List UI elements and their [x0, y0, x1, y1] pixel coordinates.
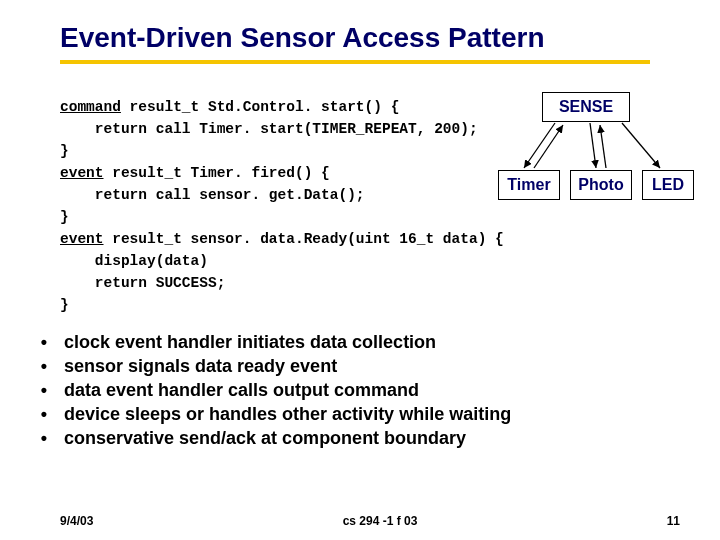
bullet-dot: •	[36, 354, 52, 378]
box-sense: SENSE	[542, 92, 630, 122]
title-underline	[60, 60, 650, 64]
code-l1: result_t Std.Control. start() {	[121, 99, 399, 115]
list-item: •device sleeps or handles other activity…	[36, 402, 680, 426]
list-item: •data event handler calls output command	[36, 378, 680, 402]
code-l8: display(data)	[60, 253, 208, 269]
footer-date: 9/4/03	[60, 514, 93, 528]
code-l7: result_t sensor. data.Ready(uint 16_t da…	[104, 231, 504, 247]
bullet-dot: •	[36, 402, 52, 426]
code-l9: return SUCCESS;	[60, 275, 225, 291]
bullet-text: device sleeps or handles other activity …	[64, 402, 511, 426]
footer-course: cs 294 -1 f 03	[343, 514, 418, 528]
list-item: •sensor signals data ready event	[36, 354, 680, 378]
footer-page: 11	[667, 514, 680, 528]
bullet-dot: •	[36, 378, 52, 402]
list-item: •conservative send/ack at component boun…	[36, 426, 680, 450]
kw-event2: event	[60, 231, 104, 247]
page-title: Event-Driven Sensor Access Pattern	[60, 22, 680, 54]
slide: Event-Driven Sensor Access Pattern comma…	[0, 0, 720, 540]
code-l6: }	[60, 209, 69, 225]
bullets: •clock event handler initiates data coll…	[36, 330, 680, 450]
bullet-text: data event handler calls output command	[64, 378, 419, 402]
kw-command: command	[60, 99, 121, 115]
list-item: •clock event handler initiates data coll…	[36, 330, 680, 354]
bullet-text: sensor signals data ready event	[64, 354, 337, 378]
code-l10: }	[60, 297, 69, 313]
bullet-dot: •	[36, 330, 52, 354]
code-l5: return call sensor. get.Data();	[60, 187, 365, 203]
code-l4: result_t Timer. fired() {	[104, 165, 330, 181]
kw-event1: event	[60, 165, 104, 181]
bullet-text: conservative send/ack at component bound…	[64, 426, 466, 450]
box-timer: Timer	[498, 170, 560, 200]
code-l3: }	[60, 143, 69, 159]
footer: 9/4/03 cs 294 -1 f 03 11	[60, 514, 680, 528]
bullet-text: clock event handler initiates data colle…	[64, 330, 436, 354]
code-l2: return call Timer. start(TIMER_REPEAT, 2…	[60, 121, 478, 137]
box-photo: Photo	[570, 170, 632, 200]
box-led: LED	[642, 170, 694, 200]
bullet-dot: •	[36, 426, 52, 450]
